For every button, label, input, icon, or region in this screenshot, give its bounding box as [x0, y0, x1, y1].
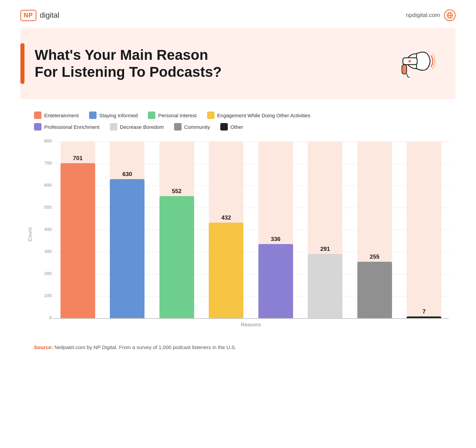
logo-container: NP digital — [20, 10, 60, 21]
header: NP digital npdigital.com — [0, 0, 476, 28]
page-wrapper: NP digital npdigital.com What's Your Mai… — [0, 0, 476, 448]
chart-inner: 8007006005004003002001000701630552432336… — [36, 141, 449, 327]
legend-row-2: Professional EnrichmentDecrease BoredomC… — [34, 123, 442, 131]
hero-title: What's Your Main Reason For Listening To… — [35, 43, 222, 84]
bar-fill — [110, 179, 144, 318]
legend-swatch — [34, 123, 41, 131]
legend-label: Engagement While Doing Other Activities — [217, 113, 310, 118]
orange-bar — [20, 43, 24, 84]
hero-title-line2: For Listening To Podcasts? — [35, 64, 222, 80]
website-text: npdigital.com — [406, 12, 440, 19]
y-tick-label: 500 — [37, 205, 52, 210]
bar-group: 291 — [301, 141, 350, 318]
y-tick-label: 200 — [37, 271, 52, 276]
bar-fill — [357, 262, 392, 318]
legend-item: Community — [174, 123, 210, 131]
header-right: npdigital.com — [406, 10, 456, 21]
bar-value-label: 552 — [159, 188, 194, 195]
chart-section: Count 8007006005004003002001000701630552… — [0, 138, 476, 334]
legend-section: EnteterainmentStaying InformedPersonal I… — [0, 99, 476, 138]
legend-label: Other — [231, 124, 243, 130]
legend-label: Staying Informed — [99, 113, 138, 118]
legend-swatch — [207, 111, 215, 119]
globe-icon — [444, 10, 456, 21]
bar-value-label: 701 — [61, 155, 95, 162]
legend-swatch — [174, 123, 182, 131]
footer-source-text: Neilpatel.com by NP Digital. From a surv… — [53, 344, 236, 350]
bar-group: 255 — [350, 141, 400, 318]
y-tick-label: 300 — [37, 249, 52, 254]
bar-value-label: 291 — [308, 246, 342, 253]
legend-item: Other — [220, 123, 243, 131]
footer-source-label: Source: — [34, 344, 53, 350]
bar-value-label: 7 — [407, 308, 441, 315]
legend-swatch — [34, 111, 41, 119]
chart-plot: 8007006005004003002001000701630552432336… — [53, 141, 449, 318]
legend-item: Engagement While Doing Other Activities — [207, 111, 310, 119]
legend-label: Personal Interest — [158, 113, 197, 118]
legend-swatch — [220, 123, 228, 131]
svg-point-6 — [408, 60, 411, 63]
bar-fill — [258, 244, 293, 318]
footer: Source: Neilpatel.com by NP Digital. Fro… — [0, 334, 476, 360]
logo-np-text: NP — [24, 12, 33, 19]
bar-fill — [308, 254, 342, 318]
bar-fill — [159, 196, 194, 318]
legend-item: Professional Enrichment — [34, 123, 100, 131]
legend-swatch — [110, 123, 117, 131]
legend-label: Professional Enrichment — [44, 124, 100, 130]
y-tick-label: 100 — [37, 293, 52, 298]
bar-group: 7 — [400, 141, 449, 318]
grid-line: 0 — [53, 318, 449, 318]
y-tick-label: 700 — [37, 160, 52, 166]
hero-left: What's Your Main Reason For Listening To… — [20, 43, 222, 84]
legend-label: Community — [184, 124, 210, 130]
legend-label: Decrease Boredom — [120, 124, 164, 130]
legend-item: Decrease Boredom — [110, 123, 164, 131]
bar-group: 552 — [152, 141, 202, 318]
legend-label: Enteterainment — [44, 113, 79, 118]
bar-fill — [61, 163, 95, 318]
svg-rect-5 — [402, 65, 407, 74]
bar-value-label: 336 — [258, 236, 293, 243]
legend-row-1: EnteterainmentStaying InformedPersonal I… — [34, 111, 442, 119]
hero-title-line1: What's Your Main Reason — [35, 47, 208, 63]
bar-fill — [209, 223, 243, 318]
legend-item: Staying Informed — [89, 111, 138, 119]
y-tick-label: 800 — [37, 138, 52, 143]
y-tick-label: 600 — [37, 183, 52, 188]
legend-swatch — [148, 111, 155, 119]
bar-group: 630 — [103, 141, 152, 318]
bar-value-label: 630 — [110, 171, 144, 178]
hero-banner: What's Your Main Reason For Listening To… — [20, 28, 456, 99]
y-tick-label: 400 — [37, 227, 52, 232]
legend-item: Personal Interest — [148, 111, 197, 119]
x-axis-title: Reasons — [36, 322, 449, 327]
bar-background — [407, 141, 441, 318]
bar-fill — [407, 316, 441, 318]
legend-item: Enteterainment — [34, 111, 79, 119]
megaphone-illustration — [391, 41, 435, 86]
bar-group: 432 — [202, 141, 251, 318]
legend-swatch — [89, 111, 97, 119]
logo-box: NP — [20, 10, 36, 21]
bar-value-label: 432 — [209, 214, 243, 221]
svg-line-7 — [407, 74, 408, 77]
bar-value-label: 255 — [357, 254, 392, 260]
logo-word: digital — [40, 11, 59, 20]
y-axis-label: Count — [27, 227, 33, 241]
bar-group: 701 — [53, 141, 103, 318]
bars-container: 7016305524323362912557 — [53, 141, 449, 318]
bar-group: 336 — [251, 141, 301, 318]
y-tick-label: 0 — [37, 315, 52, 320]
